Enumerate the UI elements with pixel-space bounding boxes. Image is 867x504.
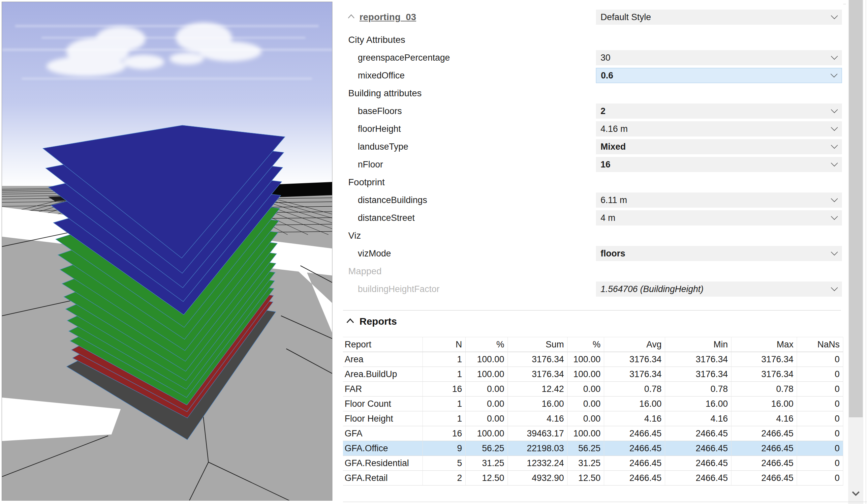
table-cell[interactable]: 16.00: [604, 396, 665, 412]
table-cell[interactable]: 2466.45: [604, 441, 665, 456]
table-cell[interactable]: 56.25: [465, 441, 508, 456]
table-cell[interactable]: 0: [797, 412, 843, 426]
table-cell[interactable]: 12.50: [465, 471, 508, 485]
table-cell[interactable]: 1: [423, 412, 465, 426]
table-cell[interactable]: 0.78: [604, 382, 665, 396]
table-cell[interactable]: 0: [797, 456, 843, 471]
buildingHeightFactor-dropdown[interactable]: 1.564706 (BuildingHeight): [596, 282, 842, 297]
table-cell[interactable]: 2466.45: [665, 456, 731, 471]
table-cell[interactable]: 2466.45: [731, 441, 797, 456]
table-cell[interactable]: 0: [797, 367, 843, 382]
table-cell[interactable]: 0.00: [568, 396, 604, 412]
table-cell[interactable]: FAR: [343, 382, 423, 396]
table-cell[interactable]: 2: [423, 471, 465, 485]
table-cell[interactable]: 4.16: [665, 412, 731, 426]
table-cell[interactable]: 31.25: [568, 456, 604, 471]
table-cell[interactable]: Floor Count: [343, 396, 423, 412]
vizMode-dropdown[interactable]: floors: [596, 246, 842, 261]
table-cell[interactable]: 100.00: [465, 352, 508, 367]
table-cell[interactable]: 56.25: [568, 441, 604, 456]
column-header-Max[interactable]: Max: [731, 337, 797, 352]
column-header-Report[interactable]: Report: [343, 337, 423, 352]
distanceStreet-dropdown[interactable]: 4 m: [596, 210, 842, 226]
table-cell[interactable]: 4932.90: [508, 471, 568, 485]
table-cell[interactable]: 3176.34: [508, 367, 568, 382]
table-cell[interactable]: 0.00: [568, 412, 604, 426]
column-header-%[interactable]: %: [465, 337, 508, 352]
table-cell[interactable]: 16.00: [731, 396, 797, 412]
viewport-3d[interactable]: [2, 2, 332, 501]
table-cell[interactable]: 0.00: [465, 382, 508, 396]
table-cell[interactable]: GFA.Office: [343, 441, 423, 456]
table-cell[interactable]: 4.16: [508, 412, 568, 426]
column-header-Sum[interactable]: Sum: [508, 337, 568, 352]
scroll-down-button[interactable]: [848, 485, 863, 502]
table-cell[interactable]: 3176.34: [604, 352, 665, 367]
table-cell[interactable]: 3176.34: [604, 367, 665, 382]
table-cell[interactable]: 22198.03: [508, 441, 568, 456]
table-cell[interactable]: Area: [343, 352, 423, 367]
floorHeight-dropdown[interactable]: 4.16 m: [596, 121, 842, 136]
table-cell[interactable]: GFA.Retail: [343, 471, 423, 485]
table-cell[interactable]: 4.16: [731, 412, 797, 426]
landuseType-dropdown[interactable]: Mixed: [596, 139, 842, 154]
table-cell[interactable]: 3176.34: [665, 367, 731, 382]
table-cell[interactable]: 3176.34: [731, 352, 797, 367]
nFloor-dropdown[interactable]: 16: [596, 157, 842, 172]
column-header-%[interactable]: %: [568, 337, 604, 352]
table-cell[interactable]: 39463.17: [508, 426, 568, 441]
table-cell[interactable]: 100.00: [568, 426, 604, 441]
table-cell[interactable]: 2466.45: [665, 441, 731, 456]
table-cell[interactable]: 0: [797, 352, 843, 367]
table-cell[interactable]: 16: [423, 426, 465, 441]
table-cell[interactable]: 0: [797, 396, 843, 412]
table-cell[interactable]: 2466.45: [604, 471, 665, 485]
table-cell[interactable]: 12332.24: [508, 456, 568, 471]
scrollbar-thumb[interactable]: [849, 0, 863, 417]
table-cell[interactable]: 1: [423, 367, 465, 382]
table-cell[interactable]: 0: [797, 382, 843, 396]
table-cell[interactable]: Area.BuildUp: [343, 367, 423, 382]
table-cell[interactable]: GFA.Residential: [343, 456, 423, 471]
table-cell[interactable]: 2466.45: [731, 426, 797, 441]
table-cell[interactable]: GFA: [343, 426, 423, 441]
table-cell[interactable]: 2466.45: [731, 456, 797, 471]
table-cell[interactable]: 16: [423, 382, 465, 396]
table-cell[interactable]: 4.16: [604, 412, 665, 426]
table-cell[interactable]: 0.78: [731, 382, 797, 396]
table-cell[interactable]: 1: [423, 396, 465, 412]
rule-file-link[interactable]: reporting_03: [360, 12, 416, 22]
table-cell[interactable]: 3176.34: [508, 352, 568, 367]
table-cell[interactable]: 16.00: [665, 396, 731, 412]
column-header-N[interactable]: N: [423, 337, 465, 352]
table-cell[interactable]: 1: [423, 352, 465, 367]
table-cell[interactable]: 5: [423, 456, 465, 471]
table-cell[interactable]: 31.25: [465, 456, 508, 471]
table-cell[interactable]: 100.00: [568, 367, 604, 382]
vertical-scrollbar[interactable]: [848, 0, 863, 504]
table-cell[interactable]: 16.00: [508, 396, 568, 412]
table-cell[interactable]: 0: [797, 426, 843, 441]
table-cell[interactable]: Floor Height: [343, 412, 423, 426]
style-dropdown[interactable]: Default Style: [596, 10, 842, 25]
table-cell[interactable]: 3176.34: [665, 352, 731, 367]
table-cell[interactable]: 12.50: [568, 471, 604, 485]
collapse-up-icon[interactable]: [346, 318, 354, 325]
column-header-NaNs[interactable]: NaNs: [797, 337, 843, 352]
table-cell[interactable]: 0.78: [665, 382, 731, 396]
table-cell[interactable]: 12.42: [508, 382, 568, 396]
table-cell[interactable]: 9: [423, 441, 465, 456]
column-header-Avg[interactable]: Avg: [604, 337, 665, 352]
table-cell[interactable]: 100.00: [465, 367, 508, 382]
table-cell[interactable]: 2466.45: [665, 426, 731, 441]
table-cell[interactable]: 2466.45: [604, 456, 665, 471]
table-cell[interactable]: 3176.34: [731, 367, 797, 382]
table-cell[interactable]: 2466.45: [604, 426, 665, 441]
mixedOffice-dropdown[interactable]: 0.6: [596, 68, 842, 83]
baseFloors-dropdown[interactable]: 2: [596, 103, 842, 119]
column-header-Min[interactable]: Min: [665, 337, 731, 352]
table-cell[interactable]: 0.00: [568, 382, 604, 396]
table-cell[interactable]: 100.00: [568, 352, 604, 367]
table-cell[interactable]: 2466.45: [731, 471, 797, 485]
distanceBuildings-dropdown[interactable]: 6.11 m: [596, 193, 842, 208]
